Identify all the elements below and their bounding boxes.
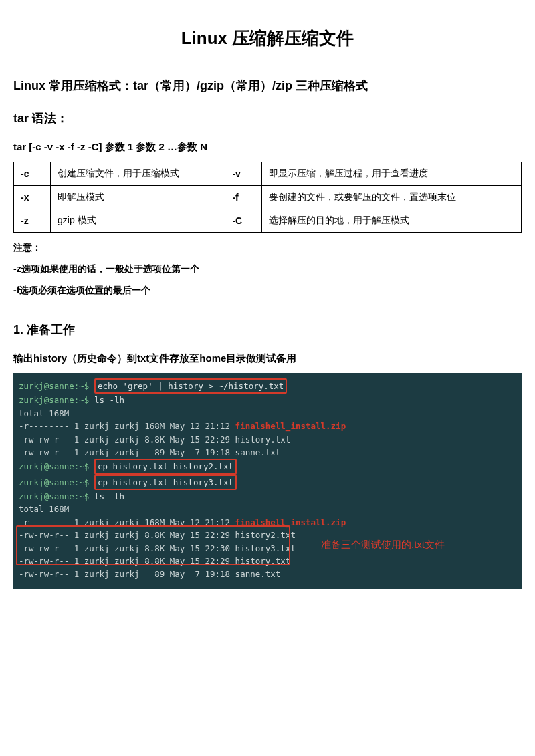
term-cmd: echo 'grep' | history > ~/history.txt [98,381,284,391]
term-prompt: zurkj@sanne:~$ [19,381,89,391]
highlight-box: cp history.txt history3.txt [94,475,237,490]
term-line: total 168M [19,503,516,515]
term-line: total 168M [19,407,516,420]
highlight-box-large [16,525,290,565]
heading-step1: 1. 准备工作 [13,321,522,339]
annotation-text: 准备三个测试使用的.txt文件 [321,537,445,552]
opt-flag: -x [14,186,51,209]
opt-desc: 要创建的文件，或要解压的文件，置选项末位 [262,186,522,209]
opt-flag: -v [225,162,262,186]
step1-desc: 输出history（历史命令）到txt文件存放至home目录做测试备用 [13,352,522,365]
options-table: -c 创建压缩文件，用于压缩模式 -v 即显示压缩，解压过程，用于查看进度 -x… [13,162,522,233]
term-line: -rw-rw-r-- 1 zurkj zurkj 89 May 7 19:18 … [19,568,516,580]
term-cmd: cp history.txt history2.txt [98,461,233,471]
opt-flag: -c [14,162,51,186]
term-prompt: zurkj@sanne:~$ [19,461,89,471]
opt-flag: -f [225,186,262,209]
table-row: -z gzip 模式 -C 选择解压的目的地，用于解压模式 [14,209,522,233]
term-line: -rw-rw-r-- 1 zurkj zurkj 8.8K May 15 22:… [19,433,516,446]
term-line: zurkj@sanne:~$ ls -lh [19,394,516,406]
syntax-line: tar [-c -v -x -f -z -C] 参数 1 参数 2 …参数 N [13,141,522,154]
note-heading: 注意： [13,242,522,254]
term-line: zurkj@sanne:~$ cp history.txt history3.t… [19,475,516,490]
page-title: Linux 压缩解压缩文件 [13,27,522,50]
term-cmd: ls -lh [94,491,124,501]
highlight-box: cp history.txt history2.txt [94,459,237,474]
term-cmd: cp history.txt history3.txt [98,477,233,487]
term-line: zurkj@sanne:~$ ls -lh [19,490,516,503]
note-f: -f选项必须在选项位置的最后一个 [13,285,522,297]
term-prompt: zurkj@sanne:~$ [19,477,89,487]
note-z: -z选项如果使用的话，一般处于选项位第一个 [13,263,522,275]
highlight-box: echo 'grep' | history > ~/history.txt [94,378,287,394]
term-line: -r-------- 1 zurkj zurkj 168M May 12 21:… [19,420,516,432]
term-cmd: ls -lh [94,395,124,405]
term-line: zurkj@sanne:~$ echo 'grep' | history > ~… [19,378,516,394]
term-prompt: zurkj@sanne:~$ [19,491,89,501]
opt-desc: 即显示压缩，解压过程，用于查看进度 [262,162,522,186]
term-prompt: zurkj@sanne:~$ [19,395,89,405]
term-line: zurkj@sanne:~$ cp history.txt history2.t… [19,459,516,474]
term-redfile: finalshell_install.zip [235,421,346,431]
opt-desc: 即解压模式 [51,186,225,209]
table-row: -x 即解压模式 -f 要创建的文件，或要解压的文件，置选项末位 [14,186,522,209]
opt-desc: 选择解压的目的地，用于解压模式 [262,209,522,233]
opt-flag: -C [225,209,262,233]
terminal-screenshot: zurkj@sanne:~$ echo 'grep' | history > ~… [13,373,522,589]
opt-desc: gzip 模式 [51,209,225,233]
table-row: -c 创建压缩文件，用于压缩模式 -v 即显示压缩，解压过程，用于查看进度 [14,162,522,186]
term-text: -r-------- 1 zurkj zurkj 168M May 12 21:… [19,421,235,431]
heading-formats: Linux 常用压缩格式：tar（常用）/gzip（常用）/zip 三种压缩格式 [13,77,522,95]
heading-syntax: tar 语法： [13,110,522,128]
opt-flag: -z [14,209,51,233]
opt-desc: 创建压缩文件，用于压缩模式 [51,162,225,186]
term-line: -rw-rw-r-- 1 zurkj zurkj 89 May 7 19:18 … [19,446,516,459]
